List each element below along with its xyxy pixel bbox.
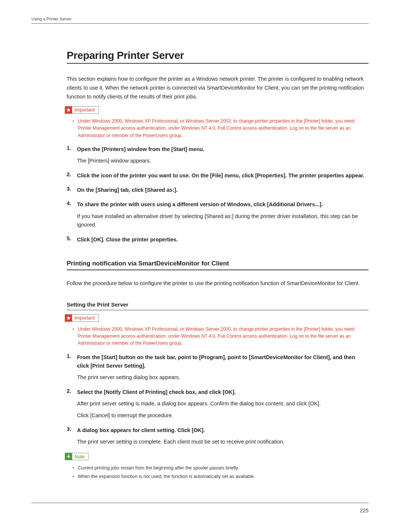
- important-list-2: Under Windows 2000, Windows XP Professio…: [67, 326, 369, 347]
- steps-list-2: 1. From the [Start] button on the task b…: [67, 353, 369, 446]
- note-item: Current printing jobs restart from the b…: [78, 464, 369, 472]
- step-head: A dialog box appears for client setting.…: [77, 426, 369, 435]
- note-label: Note: [72, 453, 89, 460]
- step-head: Open the [Printers] window from the [Sta…: [77, 145, 369, 154]
- steps-list-1: 1. Open the [Printers] window from the […: [67, 145, 369, 244]
- running-head: Using a Printer Server: [31, 17, 369, 21]
- step-5: 5. Click [OK]. Close the printer propert…: [77, 235, 369, 244]
- title-rule: [67, 63, 369, 64]
- step-number: 2.: [67, 171, 71, 177]
- step-head: Select the [Notify Client of Printing] c…: [77, 388, 369, 397]
- step-1: 1. Open the [Printers] window from the […: [77, 145, 369, 165]
- step-number: 5.: [67, 235, 71, 241]
- subsection-heading: Setting the Print Server: [67, 301, 369, 308]
- step-number: 1.: [67, 353, 71, 359]
- page-header: Using a Printer Server: [0, 17, 400, 24]
- subsection-heading-wrap: Setting the Print Server: [67, 301, 369, 310]
- subsection-rule: [67, 310, 369, 310]
- note-callout: Note: [65, 452, 369, 461]
- section-heading: Printing notification via SmartDeviceMon…: [67, 260, 369, 267]
- main-content: Preparing Printer Server This section ex…: [0, 50, 400, 481]
- important-callout: Important: [65, 314, 369, 322]
- step-head: From the [Start] button on the task bar,…: [77, 353, 369, 370]
- svg-marker-1: [66, 316, 71, 320]
- step-2: 2. Select the [Notify Client of Printing…: [77, 388, 369, 420]
- step-number: 3.: [67, 426, 71, 432]
- step-body: The print server setting is complete. Ea…: [77, 438, 369, 446]
- step-head: On the [Sharing] tab, click [Shared as:]…: [77, 186, 369, 194]
- arrow-down-icon: [65, 453, 72, 460]
- section-rule: [67, 270, 369, 270]
- important-item: Under Windows 2000, Windows XP Professio…: [78, 326, 369, 347]
- important-list: Under Windows 2000, Windows XP Professio…: [67, 118, 369, 139]
- step-4: 4. To share the printer with users using…: [77, 200, 369, 230]
- footer-rule: [31, 503, 369, 503]
- step-2: 2. Click the icon of the printer you wan…: [77, 171, 369, 180]
- document-page: Using a Printer Server Preparing Printer…: [0, 0, 400, 532]
- step-head: Click the icon of the printer you want t…: [77, 171, 369, 180]
- step-body: The [Printers] window appears.: [77, 157, 369, 165]
- step-number: 2.: [67, 388, 71, 394]
- page-title: Preparing Printer Server: [67, 50, 369, 61]
- step-head: To share the printer with users using a …: [77, 200, 369, 209]
- svg-marker-0: [66, 108, 71, 112]
- header-rule: [31, 23, 369, 24]
- important-label: Important: [72, 106, 99, 114]
- important-item: Under Windows 2000, Windows XP Professio…: [78, 118, 369, 139]
- step-number: 3.: [67, 186, 71, 192]
- step-3: 3. A dialog box appears for client setti…: [77, 426, 369, 446]
- step-head: Click [OK]. Close the printer properties…: [77, 235, 369, 244]
- step-body-2: Click [Cancel] to interrupt the procedur…: [77, 411, 369, 420]
- section-intro: Follow the procedure below to configure …: [67, 279, 369, 288]
- step-number: 4.: [67, 200, 71, 206]
- star-icon: [65, 314, 72, 322]
- important-callout: Important: [65, 106, 369, 114]
- step-3: 3. On the [Sharing] tab, click [Shared a…: [77, 186, 369, 194]
- step-1: 1. From the [Start] button on the task b…: [77, 353, 369, 382]
- important-label: Important: [72, 314, 99, 322]
- section-heading-wrap: Printing notification via SmartDeviceMon…: [67, 260, 369, 270]
- page-number: 225: [360, 508, 369, 513]
- star-icon: [65, 106, 72, 114]
- note-list: Current printing jobs restart from the b…: [67, 464, 369, 481]
- step-number: 1.: [67, 145, 71, 151]
- step-body: The print server setting dialog box appe…: [77, 373, 369, 382]
- step-body: If you have installed an alternative dri…: [77, 212, 369, 230]
- note-item: When the expansion function is not used,…: [78, 473, 369, 481]
- step-body: After print server setting is made, a di…: [77, 399, 369, 408]
- intro-paragraph: This section explains how to configure t…: [67, 75, 369, 101]
